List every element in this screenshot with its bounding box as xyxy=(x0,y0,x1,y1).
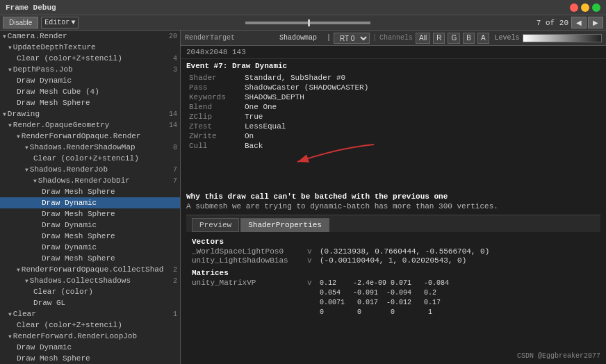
channels-label: Channels xyxy=(379,34,413,42)
tree-item-draw-mesh-sphere5[interactable]: Draw Mesh Sphere xyxy=(0,253,180,264)
tab-preview[interactable]: Preview xyxy=(192,218,239,232)
tabs-bar: Preview ShaderProperties xyxy=(186,215,600,232)
expand-icon: ▼ xyxy=(17,267,20,273)
expand-icon: ▼ xyxy=(8,44,12,51)
tree-item-shadows-job-dir[interactable]: ▼ Shadows.RenderJobDir 7 xyxy=(0,175,180,186)
channel-a[interactable]: A xyxy=(477,33,489,44)
toolbar: Disable Editor ▼ 7 of 20 ◀ ▶ xyxy=(0,15,606,31)
tree-item-clear2[interactable]: Clear (color+Z+stencil) xyxy=(0,153,180,164)
tree-item-depthpass[interactable]: ▼ DepthPass.Job 3 xyxy=(0,64,180,75)
matrix-row-1: unity_MatrixVP v 0.12 -2.4e-09 0.071 -0.… xyxy=(192,279,595,317)
vectors-header: Vectors xyxy=(192,238,595,246)
prop-value-shader: Standard, SubShader #0 xyxy=(242,73,600,83)
expand-icon: ▼ xyxy=(3,111,6,117)
shader-content: Vectors _WorldSpaceLightPos0 v (0.321393… xyxy=(186,232,600,321)
tree-item-clear1[interactable]: Clear (color+Z+stencil) 4 xyxy=(0,53,180,64)
slider-thumb xyxy=(308,19,310,26)
channel-b[interactable]: B xyxy=(463,33,475,44)
tree-item-clear3[interactable]: Clear (color) xyxy=(0,286,180,297)
tree-item-drawing[interactable]: ▼ Drawing 14 xyxy=(0,108,180,119)
prop-label-zwrite: ZWrite xyxy=(186,131,242,141)
vector-v-1: v xyxy=(307,247,316,256)
expand-icon: ▼ xyxy=(8,311,12,317)
channel-r[interactable]: R xyxy=(433,33,445,44)
frame-slider[interactable] xyxy=(245,22,370,24)
tree-item-shadows-job[interactable]: ▼ Shadows.RenderJob 7 xyxy=(0,164,180,175)
prop-value-zwrite: On xyxy=(242,131,600,141)
prop-row-zwrite: ZWrite On xyxy=(186,131,600,141)
tree-item-clear4[interactable]: Clear (color+Z+stencil) xyxy=(0,320,180,331)
tree-item-draw-dynamic2[interactable]: Draw Dynamic xyxy=(0,220,180,231)
tree-item-draw-gl[interactable]: Draw GL xyxy=(0,297,180,308)
prev-frame-button[interactable]: ◀ xyxy=(571,17,587,28)
close-button[interactable] xyxy=(570,3,578,12)
prop-label-zclip: ZClip xyxy=(186,112,242,122)
tree-item-render-forward-opaque[interactable]: ▼ RenderForwardOpaque.Render xyxy=(0,131,180,142)
tree-item-draw-mesh-sphere1[interactable]: Draw Mesh Sphere xyxy=(0,97,180,108)
prop-label-pass: Pass xyxy=(186,83,242,92)
batch-warning: Why this draw call can't be batched with… xyxy=(186,192,600,201)
expand-icon: ▼ xyxy=(8,333,12,340)
prop-label-shader: Shader xyxy=(186,73,242,83)
resolution-line: 2048x2048 143 xyxy=(181,46,606,59)
next-frame-button[interactable]: ▶ xyxy=(588,17,603,28)
editor-selector[interactable]: Editor ▼ xyxy=(41,17,79,28)
minimize-button[interactable] xyxy=(581,3,589,12)
tree-item-draw-dynamic4[interactable]: Draw Dynamic xyxy=(0,342,180,353)
tree-item-collect-shad[interactable]: ▼ RenderForwardOpaque.CollectShad 2 xyxy=(0,264,180,275)
channel-all[interactable]: All xyxy=(416,33,430,44)
vector-name-2: unity_LightShadowBias xyxy=(192,256,303,265)
resolution-text: 2048x2048 143 xyxy=(186,48,246,56)
prop-value-ztest: LessEqual xyxy=(242,122,600,131)
arrow-annotation xyxy=(186,155,600,190)
expand-icon: ▼ xyxy=(8,67,12,73)
tree-item-update-depth[interactable]: ▼ UpdateDepthTexture xyxy=(0,42,180,53)
prop-row-ztest: ZTest LessEqual xyxy=(186,122,600,131)
prop-row-shader: Shader Standard, SubShader #0 xyxy=(186,73,600,83)
tree-item-draw-mesh-sphere6[interactable]: Draw Mesh Sphere xyxy=(0,353,180,364)
frame-slider-wrap xyxy=(81,22,533,24)
current-frame: 7 xyxy=(537,19,541,27)
vector-row-2: unity_LightShadowBias v (-0.001100404, 1… xyxy=(192,256,595,265)
batch-info: A submesh we are trying to dynamic-batch… xyxy=(186,202,600,210)
disable-button[interactable]: Disable xyxy=(3,17,38,28)
tree-item-camera-render[interactable]: ▼ Camera.Render 20 xyxy=(0,31,180,42)
tree-item-clear-section[interactable]: ▼ Clear 1 xyxy=(0,308,180,320)
editor-label: Editor xyxy=(44,19,69,26)
left-panel: ▼ Camera.Render 20 ▼ UpdateDepthTexture … xyxy=(0,31,181,364)
tree-item-render-forward-loop[interactable]: ▼ RenderForward.RenderLoopJob xyxy=(0,331,180,342)
rt-dropdown[interactable]: RT 0 xyxy=(334,33,370,44)
prop-label-blend: Blend xyxy=(186,102,242,112)
tree-item-draw-dynamic1[interactable]: Draw Dynamic xyxy=(0,75,180,86)
vector-value-1: (0.3213938, 0.7660444, -0.5566704, 0) xyxy=(320,247,489,256)
tree-item-draw-mesh-sphere3[interactable]: Draw Mesh Sphere xyxy=(0,208,180,220)
channel-g[interactable]: G xyxy=(448,33,460,44)
tree-item-draw-dynamic3[interactable]: Draw Dynamic xyxy=(0,242,180,253)
rt-bar: RenderTarget Shadowmap | RT 0 | Channels… xyxy=(181,31,606,46)
right-panel: RenderTarget Shadowmap | RT 0 | Channels… xyxy=(181,31,606,364)
prop-value-pass: ShadowCaster (SHADOWCASTER) xyxy=(242,83,600,92)
tree-item-draw-mesh-sphere4[interactable]: Draw Mesh Sphere xyxy=(0,231,180,242)
tree-item-collect-shadows[interactable]: ▼ Shadows.CollectShadows 2 xyxy=(0,275,180,286)
expand-icon: ▼ xyxy=(8,122,12,129)
expand-icon: ▼ xyxy=(25,278,28,284)
prop-value-blend: One One xyxy=(242,102,600,112)
levels-label: Levels xyxy=(495,34,520,42)
tree-item-render-opaque[interactable]: ▼ Render.OpaqueGeometry 14 xyxy=(0,119,180,131)
expand-icon: ▼ xyxy=(17,133,20,140)
vector-value-2: (-0.001100404, 1, 0.02020543, 0) xyxy=(320,256,466,265)
matrices-header: Matrices xyxy=(192,269,595,277)
tab-shader-properties[interactable]: ShaderProperties xyxy=(240,218,329,232)
rt-separator2: | xyxy=(372,34,377,42)
maximize-button[interactable] xyxy=(592,3,600,12)
main-content: ▼ Camera.Render 20 ▼ UpdateDepthTexture … xyxy=(0,31,606,364)
prop-row-pass: Pass ShadowCaster (SHADOWCASTER) xyxy=(186,83,600,92)
vector-v-2: v xyxy=(307,256,316,265)
tree-item-draw-mesh-cube[interactable]: Draw Mesh Cube (4) xyxy=(0,86,180,97)
tree-item-draw-dynamic-selected[interactable]: Draw Dynamic xyxy=(0,197,180,208)
window-controls xyxy=(570,3,600,12)
tree-item-draw-mesh-sphere2[interactable]: Draw Mesh Sphere xyxy=(0,186,180,197)
tree-item-shadows-shadow-map[interactable]: ▼ Shadows.RenderShadowMap 8 xyxy=(0,142,180,153)
watermark: CSDN @Eggbreaker2077 xyxy=(517,352,600,360)
expand-icon: ▼ xyxy=(3,33,6,40)
